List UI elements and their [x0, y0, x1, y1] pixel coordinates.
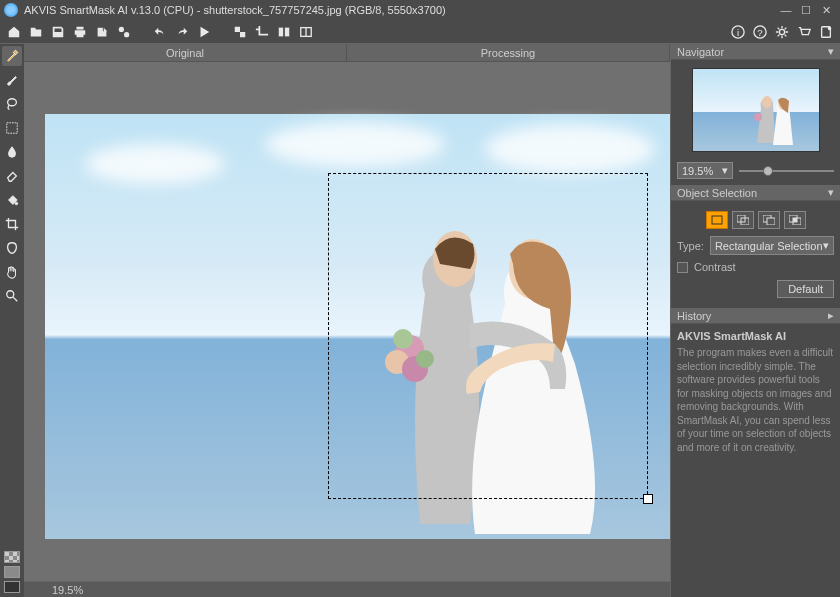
checker-swatch[interactable] [4, 551, 20, 563]
selection-mode-row [671, 207, 840, 233]
batch-button[interactable] [114, 22, 134, 42]
svg-rect-37 [793, 218, 797, 222]
top-toolbar: i ? [0, 20, 840, 44]
hand-tool[interactable] [2, 262, 22, 282]
chevron-down-icon: ▾ [828, 186, 834, 199]
checker-button[interactable] [230, 22, 250, 42]
canvas-area: Original Processing [24, 44, 670, 597]
navigator-thumbnail[interactable] [692, 68, 820, 152]
svg-rect-3 [240, 32, 245, 37]
save-button[interactable] [48, 22, 68, 42]
info-button[interactable]: i [728, 22, 748, 42]
svg-rect-2 [235, 26, 240, 31]
chevron-down-icon: ▾ [722, 164, 728, 177]
cart-button[interactable] [794, 22, 814, 42]
main-area: Original Processing [0, 44, 840, 597]
magic-wand-tool[interactable] [2, 46, 22, 66]
open-button[interactable] [26, 22, 46, 42]
maximize-button[interactable]: ☐ [796, 2, 816, 18]
selection-type-value: Rectangular Selection [715, 240, 823, 252]
chevron-down-icon: ▾ [828, 45, 834, 58]
crop-button[interactable] [252, 22, 272, 42]
zoom-slider[interactable] [739, 170, 834, 172]
window-title: AKVIS SmartMask AI v.13.0 (CPU) - shutte… [24, 4, 776, 16]
splitview-button[interactable] [296, 22, 316, 42]
help-button[interactable]: ? [750, 22, 770, 42]
svg-rect-5 [285, 27, 289, 36]
tab-original[interactable]: Original [24, 44, 347, 61]
navigator-header[interactable]: Navigator ▾ [671, 44, 840, 60]
mode-new-selection[interactable] [706, 211, 728, 229]
zoom-tool[interactable] [2, 286, 22, 306]
zoom-value: 19.5% [682, 165, 713, 177]
svg-text:?: ? [757, 26, 762, 37]
history-description: The program makes even a difficult selec… [677, 346, 834, 454]
zoom-control: 19.5% ▾ [671, 160, 840, 181]
object-selection-title: Object Selection [677, 187, 757, 199]
minimize-button[interactable]: — [776, 2, 796, 18]
default-button[interactable]: Default [777, 280, 834, 298]
marquee-tool[interactable] [2, 118, 22, 138]
redo-button[interactable] [172, 22, 192, 42]
canvas-viewport[interactable] [24, 62, 670, 581]
tab-processing[interactable]: Processing [347, 44, 670, 61]
brush-tool[interactable] [2, 70, 22, 90]
history-item[interactable]: AKVIS SmartMask AI [677, 330, 834, 342]
app-icon [4, 3, 18, 17]
print-button[interactable] [70, 22, 90, 42]
svg-line-19 [13, 297, 17, 301]
bg-swatch[interactable] [4, 581, 20, 593]
svg-text:i: i [737, 26, 739, 37]
lasso-tool[interactable] [2, 94, 22, 114]
home-button[interactable] [4, 22, 24, 42]
left-bottom-swatches [0, 547, 24, 597]
svg-point-12 [779, 29, 784, 34]
svg-point-29 [754, 113, 762, 121]
settings-button[interactable] [772, 22, 792, 42]
mode-subtract-selection[interactable] [758, 211, 780, 229]
history-title-label: History [677, 310, 711, 322]
left-toolbar [0, 44, 24, 306]
run-button[interactable] [194, 22, 214, 42]
type-row: Type: Rectangular Selection ▾ [671, 233, 840, 258]
status-zoom: 19.5% [52, 584, 83, 596]
svg-point-27 [762, 96, 772, 108]
selection-handle[interactable] [643, 494, 653, 504]
contrast-label: Contrast [694, 261, 736, 273]
status-bar: 19.5% [24, 581, 670, 597]
zoom-select[interactable]: 19.5% ▾ [677, 162, 733, 179]
svg-rect-30 [712, 216, 722, 224]
contrast-checkbox[interactable] [677, 262, 688, 273]
type-label: Type: [677, 240, 704, 252]
smudge-tool[interactable] [2, 238, 22, 258]
svg-point-17 [15, 202, 18, 205]
export-button[interactable] [92, 22, 112, 42]
selection-type-dropdown[interactable]: Rectangular Selection ▾ [710, 236, 834, 255]
object-selection-panel: Type: Rectangular Selection ▾ Contrast D… [671, 201, 840, 308]
close-button[interactable]: ✕ [816, 2, 836, 18]
blur-tool[interactable] [2, 142, 22, 162]
eraser-tool[interactable] [2, 166, 22, 186]
navigator-title: Navigator [677, 46, 724, 58]
svg-point-18 [7, 291, 14, 298]
view-tabs: Original Processing [24, 44, 670, 62]
svg-point-0 [119, 26, 124, 31]
mask-swatch[interactable] [4, 566, 20, 578]
svg-rect-16 [7, 123, 18, 134]
compare-button[interactable] [274, 22, 294, 42]
fill-tool[interactable] [2, 190, 22, 210]
mode-add-selection[interactable] [732, 211, 754, 229]
notify-button[interactable] [816, 22, 836, 42]
image-canvas[interactable] [45, 114, 670, 539]
history-header[interactable]: History ▸ [671, 308, 840, 324]
history-panel: AKVIS SmartMask AI The program makes eve… [671, 324, 840, 460]
selection-marquee[interactable] [328, 173, 648, 499]
right-panel: Navigator ▾ 19.5% ▾ [670, 44, 840, 597]
undo-button[interactable] [150, 22, 170, 42]
mode-intersect-selection[interactable] [784, 211, 806, 229]
object-selection-header[interactable]: Object Selection ▾ [671, 185, 840, 201]
zoom-slider-thumb[interactable] [763, 166, 773, 176]
crop-tool[interactable] [2, 214, 22, 234]
svg-point-14 [828, 26, 832, 30]
svg-rect-34 [767, 218, 775, 225]
